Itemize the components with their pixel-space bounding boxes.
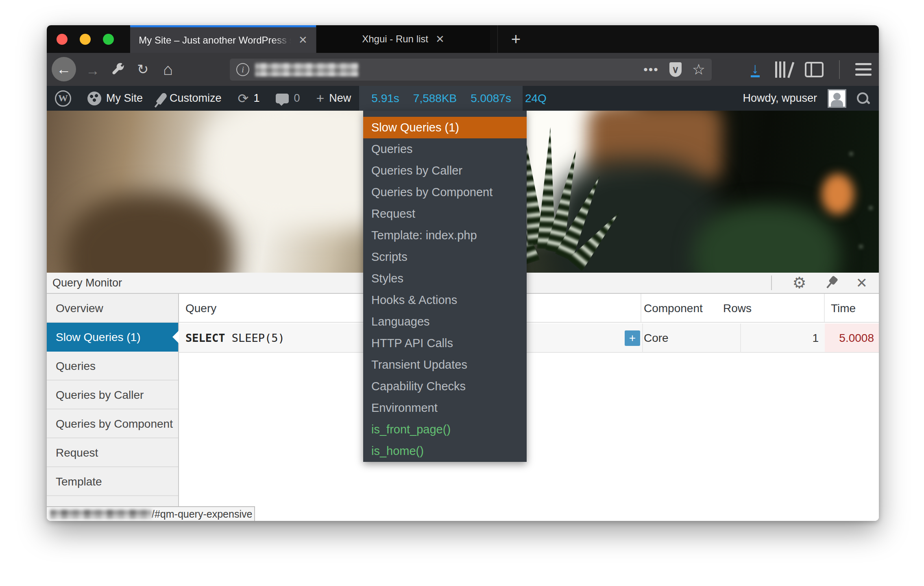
menu-item-hooks-actions[interactable]: Hooks & Actions [363, 289, 527, 311]
new-content-menu[interactable]: + New [308, 86, 359, 111]
back-button[interactable]: ← [52, 57, 76, 81]
column-header-time: Time [831, 294, 856, 323]
home-button[interactable]: ⌂ [163, 60, 173, 79]
cell-component: Core [644, 324, 669, 353]
cell-rows: 1 [740, 324, 823, 353]
my-site-label: My Site [106, 92, 143, 105]
menu-item-queries[interactable]: Queries [363, 138, 527, 160]
furniture-blur [63, 192, 234, 273]
howdy-label[interactable]: Howdy, wpuser [743, 92, 817, 105]
slow-queries-table: Query Component Rows Time SELECT SLEEP(5… [179, 294, 879, 521]
browser-window: My Site – Just another WordPress si ✕ Xh… [47, 25, 879, 521]
qm-sidebar: Overview Slow Queries (1) Queries Querie… [47, 294, 179, 521]
comments-count: 0 [294, 92, 300, 105]
sidebar-item-slow-queries[interactable]: Slow Queries (1) [47, 323, 178, 352]
status-link-tooltip: /#qm-query-expensive [47, 506, 255, 521]
query-sql: SELECT SLEEP(5) [185, 324, 285, 353]
sidebar-toggle-icon[interactable] [805, 62, 824, 77]
window-controls [57, 25, 114, 53]
updates-count: 1 [253, 92, 259, 105]
expand-caller-button[interactable]: + [625, 330, 640, 346]
sidebar-item-request[interactable]: Request [47, 438, 178, 467]
downloads-icon[interactable]: ↓ [751, 61, 760, 77]
close-panel-icon[interactable]: ✕ [856, 275, 868, 291]
site-info-icon[interactable]: i [236, 63, 249, 76]
menu-item-capability-checks[interactable]: Capability Checks [363, 376, 527, 397]
column-header-component: Component [644, 294, 703, 323]
customize-label: Customize [170, 92, 222, 105]
table-header-row: Query Component Rows Time [179, 294, 879, 323]
close-tab-icon[interactable]: ✕ [436, 33, 445, 46]
column-header-query: Query [185, 294, 216, 323]
column-divider [641, 294, 641, 322]
status-link-text: /#qm-query-expensive [152, 508, 252, 520]
url-bar[interactable]: i ••• ∨ ☆ [230, 59, 712, 81]
close-window-button[interactable] [57, 34, 68, 45]
sidebar-item-overview[interactable]: Overview [47, 294, 178, 323]
query-monitor-admin-item[interactable]: 5.91s 7,588KB 5.0087s 24Q [359, 86, 523, 111]
wrench-icon[interactable] [111, 62, 126, 77]
avatar[interactable] [828, 89, 846, 108]
settings-gear-icon[interactable]: ⚙ [792, 275, 806, 291]
updates-refresh-icon: ⟳ [238, 91, 249, 106]
foliage-speckle [832, 123, 879, 273]
toolbar-separator [839, 60, 840, 79]
sidebar-item-queries-by-component[interactable]: Queries by Component [47, 409, 178, 438]
menu-item-scripts[interactable]: Scripts [363, 246, 527, 268]
qm-page-time: 5.91s [371, 92, 399, 105]
titlebar-separator [771, 276, 772, 290]
customizer-brush-icon [156, 92, 168, 105]
menu-item-http-api-calls[interactable]: HTTP API Calls [363, 332, 527, 354]
tab-title: Xhgui - Run list [362, 33, 428, 45]
menu-item-queries-by-caller[interactable]: Queries by Caller [363, 160, 527, 181]
menu-item-languages[interactable]: Languages [363, 311, 527, 332]
wordpress-logo-icon: W [55, 90, 71, 107]
sidebar-item-queries[interactable]: Queries [47, 352, 178, 380]
column-divider [824, 294, 825, 322]
wp-admin-bar: W My Site Customize ⟳ 1 0 + New [47, 86, 879, 111]
pocket-icon[interactable]: ∨ [669, 62, 682, 77]
screenshot-root: My Site – Just another WordPress si ✕ Xh… [0, 0, 924, 586]
updates-menu[interactable]: ⟳ 1 [230, 86, 268, 111]
new-tab-button[interactable]: + [497, 25, 534, 53]
menu-hamburger-icon[interactable] [855, 63, 872, 76]
sidebar-item-queries-by-caller[interactable]: Queries by Caller [47, 380, 178, 409]
reload-button[interactable]: ↻ [137, 61, 149, 77]
wp-logo-menu[interactable]: W [47, 86, 79, 111]
tab-my-site[interactable]: My Site – Just another WordPress si ✕ [130, 25, 316, 53]
menu-item-slow-queries[interactable]: Slow Queries (1) [363, 117, 527, 138]
redacted-url [50, 509, 152, 519]
menu-item-request[interactable]: Request [363, 203, 527, 225]
menu-item-styles[interactable]: Styles [363, 268, 527, 289]
menu-item-environment[interactable]: Environment [363, 397, 527, 419]
menu-item-transient-updates[interactable]: Transient Updates [363, 354, 527, 376]
comments-menu[interactable]: 0 [268, 86, 308, 111]
menu-item-is-front-page[interactable]: is_front_page() [363, 419, 527, 440]
qm-panel-title: Query Monitor [52, 277, 122, 289]
tab-xhgui[interactable]: Xhgui - Run list ✕ [316, 25, 490, 53]
menu-item-is-home[interactable]: is_home() [363, 440, 527, 462]
library-icon[interactable] [775, 61, 789, 78]
redacted-url [255, 63, 359, 77]
page-actions-icon[interactable]: ••• [643, 63, 659, 77]
column-header-rows: Rows [723, 294, 752, 323]
qm-memory: 7,588KB [413, 92, 457, 105]
comments-bubble-icon [276, 94, 289, 103]
search-icon[interactable] [857, 92, 869, 105]
sidebar-item-template[interactable]: Template [47, 467, 178, 496]
forward-button[interactable]: → [86, 63, 100, 79]
menu-item-queries-by-component[interactable]: Queries by Component [363, 181, 527, 203]
close-tab-icon[interactable]: ✕ [299, 34, 307, 46]
menu-item-template[interactable]: Template: index.php [363, 225, 527, 246]
column-divider [642, 324, 643, 353]
my-site-menu[interactable]: My Site [79, 86, 151, 111]
customize-menu[interactable]: Customize [151, 86, 230, 111]
dashboard-gauge-icon [87, 92, 101, 105]
minimize-window-button[interactable] [80, 34, 91, 45]
table-row: SELECT SLEEP(5) + Core 1 5.0008 [179, 324, 879, 353]
pin-icon[interactable] [822, 273, 841, 293]
new-label: New [329, 92, 351, 105]
bookmark-star-icon[interactable]: ☆ [692, 61, 705, 78]
zoom-window-button[interactable] [103, 34, 114, 45]
qm-db-time: 5.0087s [471, 92, 511, 105]
